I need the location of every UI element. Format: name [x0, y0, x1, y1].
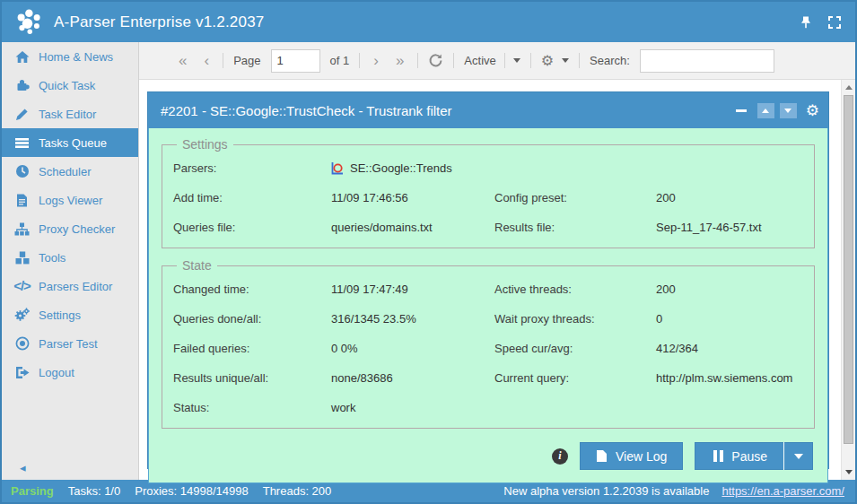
sidebar-item-label: Quick Task [39, 79, 95, 92]
sidebar-item-tasks-queue[interactable]: Tasks Queue [2, 128, 138, 157]
sidebar-item-label: Scheduler [39, 165, 92, 178]
scrollbar-thumb[interactable] [844, 95, 853, 444]
list-icon [13, 135, 31, 150]
gears-icon [13, 308, 31, 322]
field-label: Queries done/all: [173, 312, 331, 326]
field-label: Changed time: [173, 282, 331, 296]
toolbar: « ‹ Page of 1 › » Active [139, 42, 855, 80]
sidebar-item-label: Logout [39, 366, 74, 379]
next-page-button[interactable]: › [370, 53, 382, 68]
field-label: Add time: [173, 191, 331, 204]
field-value: 11/09 17:46:56 [331, 191, 494, 204]
sidebar-item-home-news[interactable]: Home & News [2, 42, 138, 71]
field-label: Results file: [494, 221, 656, 234]
sidebar-item-label: Tools [39, 251, 66, 265]
sidebar-item-label: Settings [39, 308, 81, 322]
scroll-up-icon[interactable] [842, 81, 856, 94]
field-value: SE::Google::Trends [350, 161, 452, 175]
field-value: 11/09 17:47:49 [331, 282, 494, 296]
field-value: http://plm.sw.siemens.com [656, 371, 803, 385]
google-trends-parser-icon [331, 161, 344, 175]
sidebar-item-parsers-editor[interactable]: </> Parsers Editor [2, 272, 138, 300]
sidebar-item-scheduler[interactable]: Scheduler [2, 157, 138, 186]
sidebar-item-parser-test[interactable]: Parser Test [2, 329, 138, 358]
toolbar-gear-dropdown[interactable]: ⚙ [541, 54, 569, 68]
field-label: Wait proxy threads: [494, 312, 656, 326]
toolbar-separator [530, 53, 531, 68]
chevron-down-icon [794, 454, 803, 459]
arrow-up-icon [762, 109, 769, 113]
update-link[interactable]: https://en.a-parser.com/ [721, 484, 844, 498]
search-input[interactable] [640, 49, 774, 73]
move-down-button[interactable] [780, 103, 797, 118]
collapse-arrow-icon[interactable]: ◂ [20, 461, 26, 474]
sidebar-item-logs-viewer[interactable]: Logs Viewer [2, 186, 138, 214]
field-value: work [331, 401, 494, 414]
field-value: 200 [656, 191, 803, 204]
field-value: 200 [656, 282, 803, 296]
vertical-scrollbar[interactable] [841, 80, 855, 480]
sidebar-item-label: Task Editor [39, 108, 96, 121]
toolbar-separator [359, 53, 360, 68]
sidebar-item-label: Logs Viewer [39, 194, 102, 207]
task-filter-dropdown[interactable]: Active [464, 53, 520, 68]
target-icon [13, 336, 31, 351]
info-icon[interactable]: i [552, 448, 568, 465]
page-label: Page [233, 54, 260, 67]
view-log-button[interactable]: View Log [580, 442, 683, 470]
page-number-input[interactable] [271, 49, 320, 73]
sidebar-item-quick-task[interactable]: Quick Task [2, 71, 138, 100]
refresh-icon[interactable] [428, 53, 443, 68]
clock-icon [13, 164, 31, 178]
pause-button[interactable]: Pause [695, 442, 783, 470]
field-label: Failed queries: [173, 342, 331, 355]
last-page-button[interactable]: » [392, 53, 407, 68]
document-icon [596, 449, 608, 463]
pin-icon[interactable] [798, 14, 814, 30]
settings-fieldset: Settings Parsers: SE::Google::Trends [162, 137, 815, 248]
state-fieldset: State Changed time: 11/09 17:47:49 Activ… [162, 258, 815, 429]
minimize-icon[interactable] [736, 109, 747, 112]
sidebar-item-settings[interactable]: Settings [2, 300, 138, 329]
field-row: Queries file: queries/domains.txt Result… [173, 213, 803, 242]
sidebar-item-task-editor[interactable]: Task Editor [2, 100, 138, 128]
chevron-down-icon [513, 58, 520, 63]
sidebar-item-proxy-checker[interactable]: Proxy Checker [2, 214, 138, 243]
pause-icon [713, 450, 723, 462]
view-log-label: View Log [616, 449, 667, 464]
main-area: « ‹ Page of 1 › » Active [139, 42, 855, 480]
sidebar-item-logout[interactable]: Logout [2, 358, 138, 387]
page-count-label: of 1 [330, 54, 350, 67]
pause-dropdown-button[interactable] [784, 442, 813, 470]
gear-icon[interactable]: ⚙ [806, 103, 819, 118]
move-up-button[interactable] [757, 103, 774, 118]
parsing-status: Parsing [11, 484, 54, 498]
task-panel-header: #2201 - SE::Google::TrustCheck - Trustra… [148, 92, 828, 128]
logout-icon [13, 365, 31, 379]
field-label: Speed cur/avg: [494, 342, 656, 355]
sidebar-item-label: Parsers Editor [39, 280, 112, 293]
search-label: Search: [590, 54, 630, 67]
sidebar-item-tools[interactable]: Tools [2, 243, 138, 272]
field-label: Config preset: [494, 191, 656, 204]
toolbar-separator [504, 53, 505, 68]
prev-page-button[interactable]: ‹ [200, 53, 213, 68]
gear-icon: ⚙ [541, 54, 554, 68]
sidebar-item-label: Tasks Queue [39, 136, 107, 150]
pause-label: Pause [731, 449, 767, 464]
sitemap-icon [13, 222, 31, 236]
field-label: Current query: [494, 371, 656, 385]
sidebar-item-label: Proxy Checker [39, 222, 115, 236]
fullscreen-icon[interactable] [826, 14, 843, 30]
first-page-button[interactable]: « [175, 53, 190, 68]
toolbar-separator [223, 53, 223, 68]
scroll-down-icon[interactable] [842, 465, 856, 479]
puzzle-icon [13, 78, 31, 92]
task-panel-body: Settings Parsers: SE::Google::Trends [148, 128, 828, 483]
settings-legend: Settings [177, 137, 233, 152]
titlebar: A-Parser Enterprise v1.2.2037 [2, 2, 855, 42]
pencil-icon [13, 107, 31, 121]
sidebar-item-label: Parser Test [39, 337, 98, 351]
field-row: Results unique/all: none/83686 Current q… [173, 363, 803, 393]
field-row: Parsers: SE::Google::Trends [173, 153, 803, 183]
